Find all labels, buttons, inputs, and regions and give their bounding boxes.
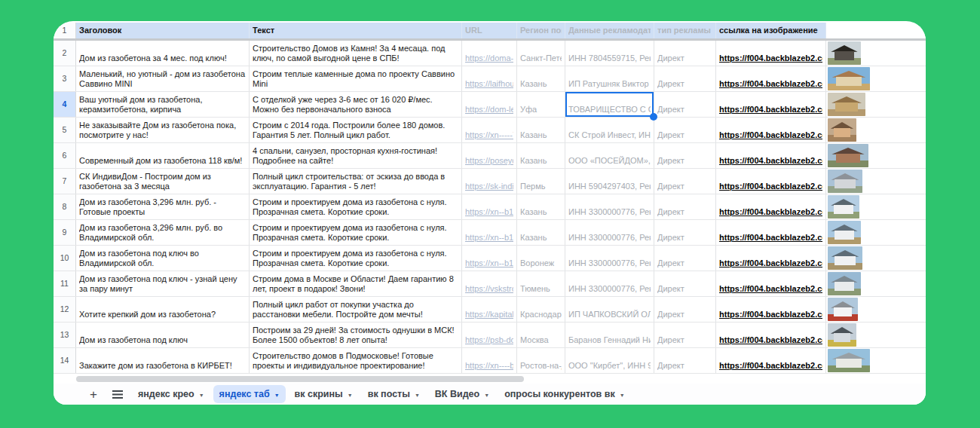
row-header[interactable]: 8 [54, 194, 76, 219]
header-cell-text[interactable]: Текст [250, 23, 462, 38]
house-thumbnail-image[interactable] [828, 221, 861, 244]
house-thumbnail-image[interactable] [828, 272, 861, 295]
row-header[interactable]: 4 [54, 92, 76, 117]
cell-advertiser[interactable]: ООО "Кирбет", ИНН 9 [565, 348, 654, 373]
cell-headline[interactable]: Дом из газобетона под ключ - узнай цену … [76, 271, 250, 296]
cell-region[interactable]: Казань [517, 143, 565, 168]
cell-text[interactable]: Строим с 2014 года. Построили более 180 … [250, 118, 462, 142]
cell-url[interactable]: https://vskstroi [462, 271, 517, 296]
cell-text[interactable]: Строительство Домов из Камня! За 4 месац… [250, 41, 462, 66]
cell-headline[interactable]: Дом из газобетона 3,296 млн. руб. во Вла… [76, 220, 250, 245]
cell-region[interactable]: Санкт-Петер [517, 41, 565, 66]
cell-url[interactable]: https://xn--b1a [462, 220, 517, 245]
header-cell-ad_type[interactable]: тип рекламы [654, 23, 716, 38]
cell-url[interactable]: https://laifhous [462, 66, 517, 91]
cell-text[interactable]: Полный цикл строительства: от эскиза до … [250, 169, 462, 194]
cell-advertiser[interactable]: ООО «ПОСЕЙДОМ», И [565, 143, 654, 168]
cell-url[interactable]: https://xn-----7 [462, 118, 517, 142]
house-thumbnail-image[interactable] [828, 246, 862, 270]
cell-advertiser[interactable]: ИП ЧАПКОВСКИЙ ОЛ [565, 297, 654, 322]
cell-advertiser[interactable]: ИНН 3300000776, Рек [565, 194, 654, 219]
cell-image_link[interactable]: https://f004.backblazeb2.cc [716, 297, 826, 322]
cell-image_link[interactable]: https://f004.backblazeb2.cc [716, 220, 826, 245]
cell-ad_type[interactable]: Директ [654, 66, 716, 91]
cell-ad_type[interactable]: Директ [654, 92, 716, 117]
cell-region[interactable]: Краснодар [517, 297, 565, 322]
cell-image_link[interactable]: https://f004.backblazeb2.cc [716, 246, 826, 271]
cell-advertiser[interactable]: ИНН 3300000776, Рек [565, 220, 654, 245]
house-thumbnail-image[interactable] [828, 349, 870, 372]
cell-url[interactable]: https://poseydo [462, 143, 517, 168]
cell-region[interactable]: Тюмень [517, 271, 565, 296]
cell-url[interactable]: https://psb-dor [462, 323, 517, 347]
chevron-down-icon[interactable]: ▼ [199, 393, 204, 398]
horizontal-scrollbar-track[interactable] [54, 374, 926, 384]
row-header[interactable]: 1 [54, 23, 76, 38]
cell-ad_type[interactable]: Директ [654, 169, 716, 194]
cell-url[interactable]: https://dom-lea [462, 92, 517, 117]
row-header[interactable]: 5 [54, 118, 76, 142]
cell-headline[interactable]: Дом из газобетона под ключ [76, 323, 250, 347]
house-thumbnail-image[interactable] [828, 93, 865, 116]
header-cell-region[interactable]: Регион пока [517, 23, 565, 38]
cell-url[interactable]: https://xn----bt [462, 348, 517, 373]
cell-image_link[interactable]: https://f004.backblazeb2.cc [716, 323, 826, 347]
cell-image_link[interactable]: https://f004.backblazeb2.cc [716, 143, 826, 168]
cell-text[interactable]: Строим теплые каменные дома по проекту С… [250, 66, 462, 91]
cell-url[interactable]: https://kapitald [462, 297, 517, 322]
row-header[interactable]: 14 [54, 348, 76, 373]
cell-text[interactable]: 4 спальни, санузел, просторная кухня-гос… [250, 143, 462, 168]
chevron-down-icon[interactable]: ▼ [484, 393, 489, 398]
cell-image_link[interactable]: https://f004.backblazeb2.cc [716, 194, 826, 219]
cell-region[interactable]: Казань [517, 66, 565, 91]
house-thumbnail-image[interactable] [828, 144, 868, 167]
house-thumbnail-image[interactable] [828, 195, 859, 219]
cell-headline[interactable]: Дом из газобетона 3,296 млн. руб. - Гото… [76, 194, 250, 219]
cell-advertiser[interactable]: ИНН 3300000776, Рек [565, 246, 654, 271]
cell-image_link[interactable]: https://f004.backblazeb2.cc [716, 41, 826, 66]
cell-ad_type[interactable]: Директ [654, 246, 716, 271]
cell-image_link[interactable]: https://f004.backblazeb2.cc [716, 66, 826, 91]
house-thumbnail-image[interactable] [828, 170, 862, 193]
cell-url[interactable]: https://xn--b1a [462, 246, 517, 271]
cell-advertiser[interactable]: ИНН 3300000776, Рек [565, 271, 654, 296]
row-header[interactable]: 3 [54, 66, 76, 91]
chevron-down-icon[interactable]: ▼ [348, 393, 353, 398]
selection-handle[interactable] [650, 113, 657, 121]
all-sheets-button[interactable] [106, 385, 129, 403]
cell-region[interactable]: Казань [517, 118, 565, 142]
cell-region[interactable]: Пермь [517, 169, 565, 194]
cell-ad_type[interactable]: Директ [654, 220, 716, 245]
cell-headline[interactable]: Хотите крепкий дом из газобетона? [76, 297, 250, 322]
cell-advertiser[interactable]: ТОВАРИЩЕСТВО С ОГ [565, 92, 654, 117]
add-sheet-button[interactable]: + [84, 385, 103, 403]
cell-headline[interactable]: Дом из газобетона за 4 мес. под ключ! [76, 41, 250, 66]
sheet-tab[interactable]: яндекс таб▼ [213, 385, 286, 403]
cell-headline[interactable]: Маленький, но уютный - дом из газобетона… [76, 66, 250, 91]
header-cell-advertiser[interactable]: Данные рекламодат [565, 23, 654, 38]
row-header[interactable]: 13 [54, 323, 76, 347]
cell-advertiser[interactable]: СК Строй Инвест, ИНН [565, 118, 654, 142]
cell-text[interactable]: Строим и проектируем дома из газобетона … [250, 194, 462, 219]
header-cell-headline[interactable]: Заголовок [76, 23, 250, 38]
cell-text[interactable]: С отделкой уже через 3-6 мес от 16 020 ₽… [250, 92, 462, 117]
cell-region[interactable]: Уфа [517, 92, 565, 117]
sheet-tab[interactable]: вк скрины▼ [289, 385, 359, 403]
cell-headline[interactable]: Современный дом из газобетона 118 кв/м! [76, 143, 250, 168]
chevron-down-icon[interactable]: ▼ [274, 393, 280, 398]
cell-ad_type[interactable]: Директ [654, 271, 716, 296]
cell-ad_type[interactable]: Директ [654, 143, 716, 168]
cell-region[interactable]: Москва [517, 323, 565, 347]
cell-image_link[interactable]: https://f004.backblazeb2.cc [716, 169, 826, 194]
sheet-tab[interactable]: опросы конкурентов вк▼ [498, 385, 630, 403]
cell-text[interactable]: Полный цикл работ от покупки участка до … [250, 297, 462, 322]
house-thumbnail-image[interactable] [828, 41, 861, 65]
cell-text[interactable]: Строим дома в Москве и Области! Даем гар… [250, 271, 462, 296]
house-thumbnail-image[interactable] [828, 118, 856, 142]
cell-region[interactable]: Казань [517, 194, 565, 219]
cell-region[interactable]: Казань [517, 220, 565, 245]
row-header[interactable]: 7 [54, 169, 76, 194]
sheet-tab[interactable]: яндекс крео▼ [132, 385, 210, 403]
cell-region[interactable]: Воронеж [517, 246, 565, 271]
cell-ad_type[interactable]: Директ [654, 348, 716, 373]
